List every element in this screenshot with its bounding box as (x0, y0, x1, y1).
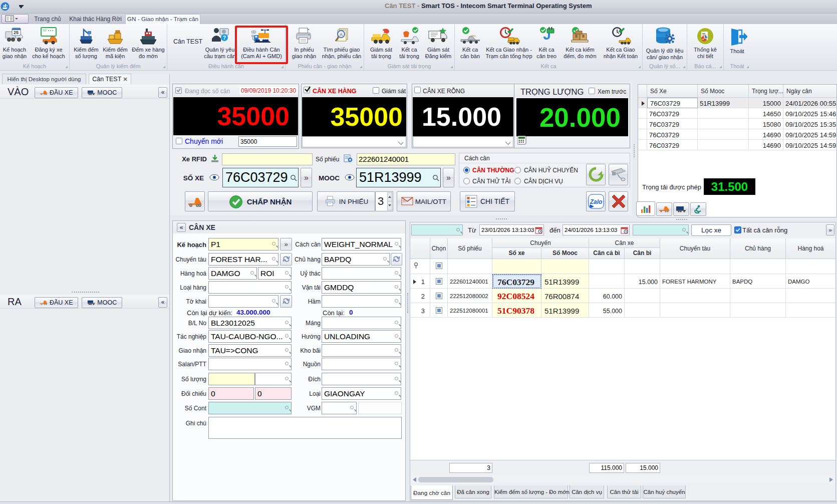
svg-text:?: ? (223, 35, 226, 41)
svg-text:25: 25 (14, 30, 19, 35)
svg-text:A: A (340, 32, 343, 37)
svg-text:Zalo: Zalo (589, 198, 602, 205)
